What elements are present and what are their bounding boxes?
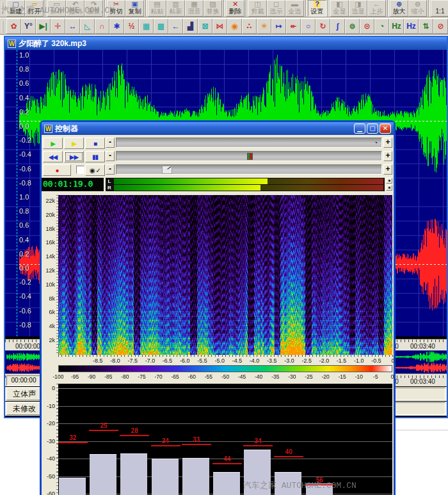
stop-button[interactable]: ■ (85, 138, 105, 149)
controller-titlebar[interactable]: W 控制器 ▁ ▢ ✕ (42, 122, 394, 135)
toolbar-button-redo[interactable]: ↷重复 (84, 0, 103, 17)
freq-label: 2k (49, 337, 55, 343)
toolbar-button-effect-tool-28[interactable]: Hz (404, 19, 419, 34)
toolbar-button-effect-tool-6[interactable]: ◺ (80, 19, 95, 34)
toolbar-grip[interactable] (0, 19, 6, 34)
toolbar-grip[interactable] (0, 0, 6, 17)
toolbar-button-effect-tool-12[interactable]: ← (168, 19, 183, 34)
toolbar-button-effect-tool-13[interactable]: ▟ (183, 19, 198, 34)
toolbar-button-zoom-out[interactable]: ⊖缩小 (408, 0, 427, 17)
effect-tool-27-icon: Hz (392, 22, 401, 31)
fast-forward-button[interactable]: ▶▶ (64, 151, 84, 162)
toolbar-button-delete[interactable]: ✕删除 (226, 0, 244, 17)
toolbar-button-paste-new[interactable]: ▥粘新 (166, 0, 185, 17)
toolbar-button-copy[interactable]: ▣复制 (125, 0, 144, 17)
toolbar-button-effect-tool-21[interactable]: ○ (301, 19, 316, 34)
selection-start-marker[interactable] (17, 50, 17, 336)
effect-tool-8-icon: ✱ (113, 22, 120, 31)
toolbar-button-effect-tool-15[interactable]: ⋈ (212, 19, 227, 34)
toolbar-button-select-all[interactable]: ▬全选 (285, 0, 304, 17)
legend-label: -30 (288, 373, 296, 380)
toolbar-button-effect-tool-7[interactable]: ∩ (95, 19, 109, 34)
slider-track[interactable]: ◔ (116, 138, 382, 148)
play-selection-button[interactable]: ▶ (64, 138, 84, 149)
toolbar-button-effect-tool-22[interactable]: ↻ (316, 19, 330, 34)
band-bar (59, 478, 86, 495)
toolbar-button-effect-tool-24[interactable]: ⊚ (345, 19, 360, 34)
time-label: -5.5 (197, 358, 207, 364)
mix-icon: ▦ (191, 1, 197, 8)
toolbar-button-effect-tool-9[interactable]: ½ (124, 19, 139, 34)
toolbar-button-trim[interactable]: ◫剪裁 (248, 0, 267, 17)
maximize-button[interactable]: ▢ (367, 123, 378, 134)
toolbar-button-effect-tool-29[interactable]: ⇅ (419, 19, 433, 34)
toolbar-button-open[interactable]: ▱打开 (25, 0, 44, 17)
balance-marker[interactable] (247, 153, 253, 160)
toolbar-button-effect-tool-3[interactable]: ▶| (36, 19, 51, 34)
toolbar-button-replace[interactable]: ▨替换 (204, 0, 222, 17)
toolbar-button-zoom-1-1[interactable]: 1:1 (431, 0, 448, 17)
toolbar-button-effect-tool-4[interactable]: ✛ (51, 19, 65, 34)
toolbar-button-effect-tool-30[interactable]: ⊘ (433, 19, 448, 34)
meter-option-button[interactable] (386, 185, 392, 191)
toolbar-button-previous-zoom[interactable]: ←上步 (367, 0, 386, 17)
position-time-box: 00:00:00 (6, 375, 41, 386)
toolbar-button-save[interactable]: ▭保存 (47, 0, 66, 17)
record-monitor-checkbox[interactable] (76, 166, 84, 174)
legend-label: -55 (205, 373, 212, 380)
toolbar-button-new[interactable]: ▢新建 (6, 0, 25, 17)
peak-hold-line (212, 463, 242, 464)
toolbar-button-effect-tool-1[interactable]: ✿ (6, 19, 21, 34)
toolbar-button-select-view[interactable]: ◻选示 (267, 0, 285, 17)
toolbar-button-effect-tool-16[interactable]: ◉ (227, 19, 242, 34)
toolbar-button-effect-tool-11[interactable]: ▩ (154, 19, 168, 34)
toolbar-button-show-all[interactable]: ◧全显 (330, 0, 349, 17)
play-button[interactable]: ▶ (43, 138, 63, 149)
toolbar-button-cut[interactable]: ✂剪切 (107, 0, 125, 17)
gridline (58, 441, 392, 442)
slider-plus-button[interactable]: + (383, 164, 392, 175)
toolbar-button-paste[interactable]: ▤粘贴 (148, 0, 166, 17)
dial-icon[interactable]: ◔ (371, 139, 380, 147)
slider-minus-button[interactable]: - (106, 164, 115, 175)
toolbar-button-effect-tool-2[interactable]: Y° (21, 19, 36, 34)
vu-meter: L R (106, 178, 385, 191)
slider-track[interactable] (116, 151, 382, 161)
toolbar-button-effect-tool-26[interactable]: ◔ (374, 19, 389, 34)
toolbar-button-effect-tool-19[interactable]: ↦ (271, 19, 286, 34)
toolbar-button-effect-tool-10[interactable]: ▦ (139, 19, 154, 34)
toolbar-button-effect-tool-20[interactable]: ↞ (286, 19, 301, 34)
toolbar-button-effect-tool-25[interactable]: ⊙ (360, 19, 374, 34)
document-titlebar[interactable]: W 夕阳醉了 320k.mp3 (5, 37, 447, 50)
toolbar-button-effect-tool-27[interactable]: Hz (389, 19, 404, 34)
toolbar-button-effect-tool-17[interactable]: ∴ (242, 19, 257, 34)
slider-minus-button[interactable]: - (106, 138, 115, 148)
toolbar-button-show-selection[interactable]: ◨选显 (349, 0, 367, 17)
toolbar-button-mix[interactable]: ▦混音 (185, 0, 204, 17)
slider-plus-button[interactable]: + (383, 151, 392, 161)
close-icon[interactable]: ✕ (380, 123, 391, 134)
legend-label: -40 (255, 373, 262, 380)
peak-value-label: 40 (285, 448, 292, 455)
time-label: -1.0 (354, 358, 364, 364)
peak-value-label: 32 (69, 434, 76, 441)
toolbar-button-effect-tool-8[interactable]: ✱ (109, 19, 124, 34)
record-options-button[interactable]: ◉ ✓ (85, 164, 105, 176)
record-button[interactable]: ● (43, 164, 71, 176)
slider-plus-button[interactable]: + (383, 138, 392, 148)
pause-button[interactable]: ▮▮ (85, 151, 105, 162)
meter-option-button[interactable] (386, 178, 392, 184)
toolbar-button-effect-tool-18[interactable]: ✳ (257, 19, 271, 34)
minimize-button[interactable]: ▁ (354, 123, 365, 134)
slider-track[interactable] (116, 164, 382, 175)
toolbar-button-effect-tool-14[interactable]: ⊠ (198, 19, 212, 34)
toolbar-button-settings[interactable]: ?设置 (308, 0, 326, 17)
toolbar-button-undo[interactable]: ↶撤销 (66, 0, 84, 17)
legend-label: -45 (238, 373, 246, 380)
slider-minus-button[interactable]: - (106, 151, 115, 161)
toolbar-button-effect-tool-5[interactable]: ↔ (65, 19, 80, 34)
toolbar-button-zoom-in[interactable]: ⊕放大 (390, 0, 408, 17)
meter-right-bar (114, 185, 383, 191)
rewind-button[interactable]: ◀◀ (43, 151, 63, 162)
toolbar-button-effect-tool-23[interactable]: ∫ (330, 19, 345, 34)
